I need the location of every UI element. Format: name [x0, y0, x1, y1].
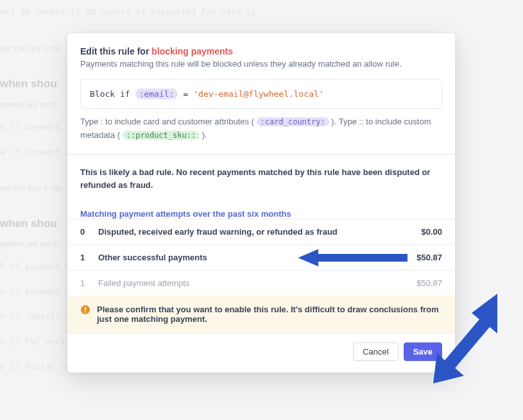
table-row: 0 Disputed, received early fraud warning… — [67, 219, 455, 244]
table-row: 1 Failed payment attempts $50.87 — [67, 270, 455, 296]
rule-value: 'dev-email@flywheel.local' — [193, 89, 324, 99]
modal-title: Edit this rule for blocking payments — [80, 46, 442, 56]
warning-icon — [80, 305, 90, 315]
rule-keyword: Block if — [90, 89, 130, 99]
svg-rect-2 — [85, 307, 86, 310]
example-pill-card: :card_country: — [257, 117, 329, 126]
confirm-banner: Please confirm that you want to enable t… — [67, 296, 455, 333]
example-pill-sku: ::product_sku:: — [123, 131, 200, 140]
rule-editor[interactable]: Block if :email: = 'dev-email@flywheel.l… — [80, 79, 442, 109]
rule-equals: = — [183, 89, 188, 99]
modal-footer: Cancel Save — [67, 333, 455, 373]
save-button[interactable]: Save — [404, 342, 442, 361]
matching-title: Matching payment attempts over the past … — [80, 209, 442, 219]
table-row: 1 Other successful payments $50.87 — [67, 244, 455, 270]
edit-rule-modal: Edit this rule for blocking payments Pay… — [67, 33, 455, 373]
bad-rule-warning: This is likely a bad rule. No recent pay… — [80, 166, 442, 193]
rule-hint: Type : to include card and customer attr… — [80, 115, 442, 142]
attr-pill-email: :email: — [135, 88, 178, 99]
svg-rect-3 — [85, 312, 86, 313]
modal-description: Payments matching this rule will be bloc… — [80, 59, 442, 69]
cancel-button[interactable]: Cancel — [353, 342, 398, 361]
